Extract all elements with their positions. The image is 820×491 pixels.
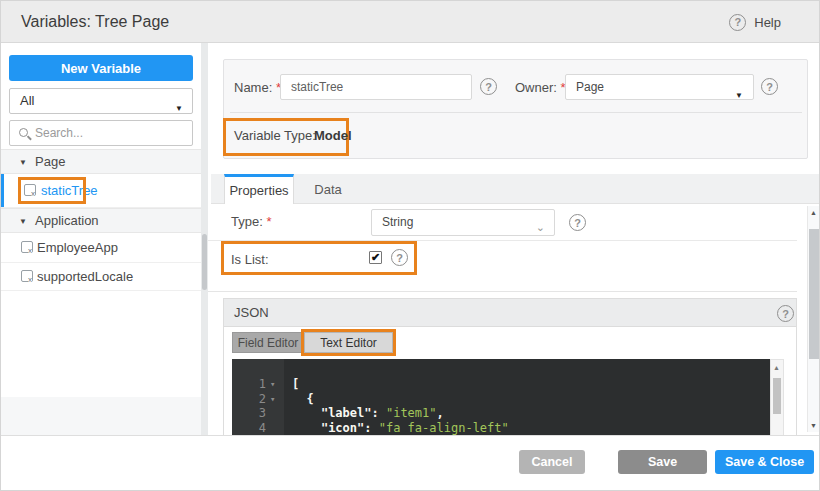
caret-down-icon: ▼ bbox=[175, 97, 183, 121]
variable-filter-value: All bbox=[20, 93, 34, 108]
caret-down-icon[interactable]: ▼ bbox=[19, 158, 27, 167]
tab-data[interactable]: Data bbox=[295, 174, 361, 204]
search-input[interactable] bbox=[35, 122, 185, 144]
scroll-up-icon[interactable]: ▲ bbox=[773, 364, 780, 371]
editor-scrollbar-thumb[interactable] bbox=[773, 378, 781, 414]
save-button[interactable]: Save bbox=[618, 450, 707, 474]
tree-item-label[interactable]: supportedLocale bbox=[37, 269, 133, 284]
tree-group-application[interactable]: ▼ Application bbox=[1, 208, 201, 233]
name-field[interactable] bbox=[280, 74, 472, 100]
json-section: JSON ? Field Editor Text Editor 1▾[ 2▾ {… bbox=[223, 298, 797, 435]
panel-divider[interactable] bbox=[201, 43, 208, 435]
variable-icon: x bbox=[21, 270, 33, 282]
caret-down-icon[interactable]: ▼ bbox=[19, 217, 27, 226]
save-and-close-button[interactable]: Save & Close bbox=[715, 450, 814, 474]
help-button[interactable]: ? Help bbox=[729, 1, 781, 43]
owner-label: Owner: * bbox=[515, 80, 566, 95]
json-title: JSON bbox=[234, 305, 269, 320]
help-label[interactable]: Help bbox=[754, 15, 781, 30]
editor-scrollbar[interactable]: ▲ bbox=[770, 359, 784, 435]
variable-summary-panel: Name: * ? Owner: * Page ▼ ? Variable Typ… bbox=[223, 59, 808, 159]
owner-select[interactable]: Page ▼ bbox=[565, 74, 754, 100]
tab-properties[interactable]: Properties bbox=[224, 174, 294, 204]
selection-bar bbox=[1, 174, 4, 207]
name-help-icon[interactable]: ? bbox=[480, 78, 497, 95]
tree-item-label[interactable]: staticTree bbox=[41, 183, 98, 198]
scroll-up-icon[interactable]: ▲ bbox=[810, 209, 817, 216]
code-line: 2▾ { bbox=[232, 377, 770, 391]
code-line: 1▾[ bbox=[232, 363, 770, 377]
is-list-help-icon[interactable]: ? bbox=[391, 249, 408, 266]
search-icon bbox=[19, 128, 28, 137]
type-help-icon[interactable]: ? bbox=[569, 214, 586, 231]
type-select[interactable]: String ⌄ bbox=[371, 209, 555, 236]
owner-value: Page bbox=[576, 80, 604, 94]
dialog-footer: Cancel Save Save & Close bbox=[1, 435, 820, 491]
sidebar-filler bbox=[1, 397, 201, 435]
code-line: 5 } bbox=[232, 421, 770, 435]
field-editor-button[interactable]: Field Editor bbox=[232, 332, 304, 353]
variables-tree: ▼ Page x staticTree ▼ Application x Empl… bbox=[1, 149, 201, 291]
required-mark: * bbox=[266, 214, 271, 229]
editor-lines: 1▾[ 2▾ { 3 "label": "item1", 4 "icon": "… bbox=[232, 363, 770, 435]
is-list-checkbox[interactable]: ✔ bbox=[369, 251, 382, 264]
caret-down-icon: ▼ bbox=[735, 84, 743, 108]
variable-type-value: Model bbox=[314, 128, 352, 143]
is-list-label: Is List: bbox=[231, 252, 269, 267]
variable-icon: x bbox=[24, 184, 36, 196]
sidebar-scrollbar-thumb[interactable] bbox=[202, 234, 207, 290]
page-title: Variables: Tree Page bbox=[21, 1, 169, 43]
variable-filter-select[interactable]: All ▼ bbox=[9, 88, 193, 114]
json-code-editor[interactable]: 1▾[ 2▾ { 3 "label": "item1", 4 "icon": "… bbox=[232, 359, 770, 435]
code-line: 4 "icon": "fa fa-align-left" bbox=[232, 406, 770, 420]
type-value: String bbox=[382, 215, 413, 229]
tree-item-supportedlocale[interactable]: x supportedLocale bbox=[1, 263, 201, 291]
chevron-down-icon: ⌄ bbox=[536, 215, 545, 239]
tree-group-label: Application bbox=[35, 213, 99, 228]
variables-dialog: Variables: Tree Page ? Help New Variable… bbox=[0, 0, 820, 491]
variable-icon: x bbox=[21, 241, 33, 253]
owner-help-icon[interactable]: ? bbox=[761, 78, 778, 95]
scroll-down-icon[interactable]: ▼ bbox=[810, 422, 817, 429]
help-icon[interactable]: ? bbox=[729, 14, 746, 31]
cancel-button[interactable]: Cancel bbox=[519, 450, 585, 474]
type-label: Type: * bbox=[231, 214, 271, 229]
variable-type-label: Variable Type: bbox=[234, 128, 316, 143]
tree-item-employeeapp[interactable]: x EmployeeApp bbox=[1, 233, 201, 263]
new-variable-button[interactable]: New Variable bbox=[9, 55, 193, 81]
properties-content: Type: * String ⌄ ? Is List: ✔ ? JSON ? F… bbox=[208, 204, 797, 435]
code-line: 3 "label": "item1", bbox=[232, 392, 770, 406]
name-label: Name: * bbox=[234, 80, 281, 95]
tree-item-label[interactable]: EmployeeApp bbox=[37, 240, 118, 255]
variables-sidebar: New Variable All ▼ ▼ Page x staticTree bbox=[1, 43, 201, 435]
main-scrollbar[interactable]: ▲ ▼ bbox=[807, 206, 820, 432]
json-help-icon[interactable]: ? bbox=[777, 305, 794, 322]
tree-item-statictree[interactable]: x staticTree bbox=[1, 174, 201, 208]
main-scrollbar-thumb[interactable] bbox=[809, 229, 819, 359]
type-row: Type: * String ⌄ ? bbox=[208, 204, 797, 241]
tab-strip: Properties Data bbox=[211, 174, 820, 204]
tree-group-label: Page bbox=[35, 154, 65, 169]
section-separator bbox=[208, 291, 797, 292]
panel-separator bbox=[230, 112, 802, 113]
text-editor-button[interactable]: Text Editor bbox=[304, 332, 393, 353]
variable-search-box[interactable] bbox=[9, 120, 193, 146]
tree-group-page[interactable]: ▼ Page bbox=[1, 149, 201, 174]
json-header: JSON bbox=[224, 299, 796, 327]
dialog-header: Variables: Tree Page ? Help bbox=[1, 1, 820, 43]
